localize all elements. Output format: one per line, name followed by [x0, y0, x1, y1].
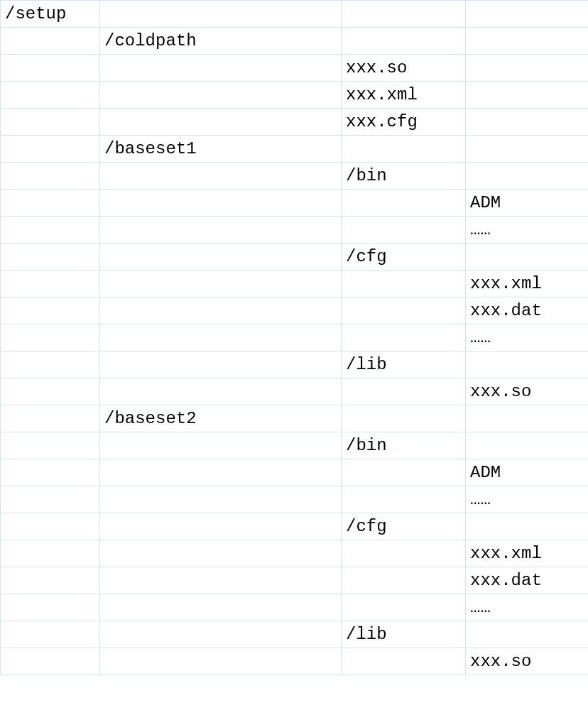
table-row: /baseset1 [1, 136, 589, 163]
table-cell [466, 244, 589, 271]
table-cell [1, 163, 100, 190]
table-cell: xxx.dat [466, 297, 589, 324]
table-cell: xxx.so [466, 378, 589, 405]
table-cell [342, 405, 466, 432]
table-cell: /coldpath [100, 28, 342, 55]
table-cell [100, 486, 342, 513]
table-row: xxx.xml [1, 271, 589, 297]
table-cell [100, 567, 342, 594]
table-row: /bin [1, 432, 589, 459]
table-cell [100, 513, 342, 540]
table-cell [342, 136, 466, 163]
table-row: ADM [1, 459, 589, 486]
table-cell [1, 486, 100, 513]
table-cell [342, 567, 466, 594]
table-cell [100, 244, 342, 271]
table-cell [342, 378, 466, 405]
table-cell [100, 351, 342, 378]
table-cell [100, 271, 342, 297]
table-cell [1, 648, 100, 675]
table-row: xxx.xml [1, 540, 589, 567]
table-row: /setup [1, 1, 589, 28]
table-cell: …… [466, 594, 589, 621]
table-cell [466, 513, 589, 540]
table-cell [1, 82, 100, 109]
table-cell: xxx.so [342, 55, 466, 82]
table-row: /cfg [1, 513, 589, 540]
table-cell [1, 351, 100, 378]
table-cell [466, 405, 589, 432]
table-row: /baseset2 [1, 405, 589, 432]
table-cell [100, 109, 342, 136]
table-cell [342, 1, 466, 28]
table-cell [1, 594, 100, 621]
table-cell: /bin [342, 432, 466, 459]
table-cell: xxx.cfg [342, 109, 466, 136]
table-cell [100, 190, 342, 217]
table-cell [1, 28, 100, 55]
table-cell [1, 405, 100, 432]
table-cell [466, 163, 589, 190]
table-cell [100, 217, 342, 244]
table-cell [342, 190, 466, 217]
table-cell [342, 324, 466, 351]
table-row: /cfg [1, 244, 589, 271]
table-row: /lib [1, 351, 589, 378]
table-row: …… [1, 217, 589, 244]
table-cell [1, 378, 100, 405]
table-cell [342, 217, 466, 244]
table-cell [100, 621, 342, 648]
table-row: xxx.cfg [1, 109, 589, 136]
table-cell: …… [466, 324, 589, 351]
table-cell [342, 540, 466, 567]
table-cell: xxx.dat [466, 567, 589, 594]
table-cell [100, 163, 342, 190]
table-row: xxx.so [1, 55, 589, 82]
table-row: xxx.dat [1, 567, 589, 594]
table-cell [1, 513, 100, 540]
table-cell [100, 82, 342, 109]
table-cell: /lib [342, 351, 466, 378]
table-cell [342, 297, 466, 324]
table-cell [466, 1, 589, 28]
table-cell [100, 540, 342, 567]
table-cell: /lib [342, 621, 466, 648]
table-cell [1, 55, 100, 82]
table-cell [1, 297, 100, 324]
table-cell [100, 378, 342, 405]
table-row: xxx.so [1, 378, 589, 405]
table-cell [100, 459, 342, 486]
table-cell [342, 28, 466, 55]
table-row: ADM [1, 190, 589, 217]
table-cell [466, 109, 589, 136]
table-cell [100, 55, 342, 82]
table-cell [466, 136, 589, 163]
table-cell [342, 594, 466, 621]
table-cell [342, 648, 466, 675]
table-cell: …… [466, 486, 589, 513]
directory-tree-table: /setup/coldpathxxx.soxxx.xmlxxx.cfg/base… [0, 0, 588, 675]
table-cell [1, 136, 100, 163]
table-cell: xxx.so [466, 648, 589, 675]
table-cell [342, 459, 466, 486]
table-row: xxx.dat [1, 297, 589, 324]
table-cell: xxx.xml [466, 271, 589, 297]
table-cell: xxx.xml [466, 540, 589, 567]
table-cell [1, 567, 100, 594]
table-cell: ADM [466, 459, 589, 486]
table-cell: xxx.xml [342, 82, 466, 109]
table-cell [466, 28, 589, 55]
table-cell: /cfg [342, 513, 466, 540]
table-row: …… [1, 324, 589, 351]
table-cell: /setup [1, 1, 100, 28]
table-cell [100, 297, 342, 324]
table-cell [342, 486, 466, 513]
table-row: …… [1, 486, 589, 513]
table-cell [1, 244, 100, 271]
table-row: xxx.xml [1, 82, 589, 109]
table-cell: …… [466, 217, 589, 244]
table-cell [342, 271, 466, 297]
table-cell: /baseset2 [100, 405, 342, 432]
table-cell [100, 594, 342, 621]
table-cell [100, 1, 342, 28]
